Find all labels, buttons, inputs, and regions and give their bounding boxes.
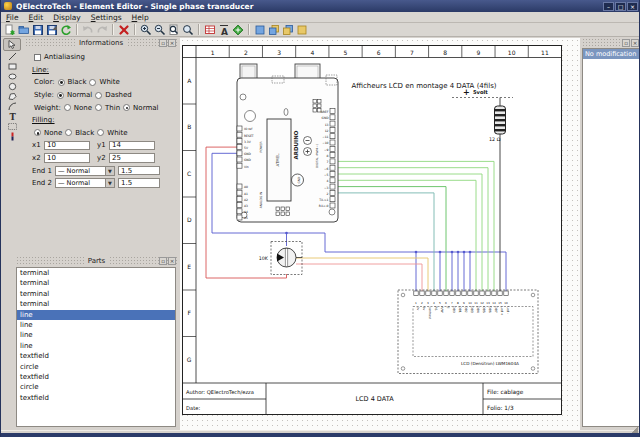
history-dock-titlebar[interactable]: ▫×	[582, 38, 640, 48]
radio-filling-none[interactable]	[34, 129, 41, 136]
redo-button[interactable]	[95, 23, 109, 36]
select-tool[interactable]	[3, 38, 21, 51]
arc-tool[interactable]	[3, 101, 21, 111]
pin-square	[504, 291, 508, 296]
close-button[interactable]: ×	[627, 2, 638, 11]
menu-help[interactable]: Help	[127, 13, 154, 22]
parts-dock-titlebar[interactable]: Parts ▫×	[16, 256, 177, 266]
pin-square	[486, 291, 490, 296]
radio-color-black[interactable]	[58, 79, 65, 86]
ellipse-tool[interactable]	[3, 71, 21, 81]
titleblock-title: LCD 4 DATA	[355, 395, 394, 403]
lcd-pin-number: 13	[486, 301, 490, 305]
lcd-label: LCD (Densitron) LWM1604A	[461, 361, 519, 366]
history-item[interactable]: No modification	[583, 49, 639, 59]
move-handle-button[interactable]	[231, 23, 245, 36]
dock-float-icon[interactable]: ▫	[159, 39, 167, 47]
toolbar-separator	[76, 24, 78, 35]
save-as-button[interactable]	[45, 23, 59, 36]
pin-square	[237, 190, 242, 195]
parts-list-item[interactable]: terminal	[17, 299, 175, 309]
x1-field[interactable]	[44, 141, 90, 151]
parts-list[interactable]: terminalterminalterminalterminallineline…	[16, 267, 176, 427]
parts-list-item[interactable]: terminal	[17, 268, 175, 278]
resistor[interactable]	[495, 106, 506, 134]
circle-tool[interactable]	[3, 81, 21, 91]
line-tool[interactable]	[3, 51, 21, 61]
save-button[interactable]	[31, 23, 45, 36]
filling-section-label: Filling:	[32, 116, 55, 124]
dock-float-icon[interactable]: ▫	[622, 39, 630, 47]
terminal-tool[interactable]	[3, 131, 21, 141]
bring-to-front-button[interactable]	[281, 23, 295, 36]
text-tool[interactable]: T	[3, 111, 21, 121]
send-to-back-button[interactable]	[295, 23, 309, 36]
y1-field[interactable]	[109, 141, 155, 151]
zoom-out-button[interactable]	[153, 23, 167, 36]
undo-button[interactable]	[81, 23, 95, 36]
parts-list-item[interactable]: circle	[17, 362, 175, 372]
end2-style-select[interactable]: — Normal▼	[55, 178, 115, 188]
radio-weight-none[interactable]	[64, 104, 71, 111]
new-button[interactable]	[3, 23, 17, 36]
parts-list-item[interactable]: terminal	[17, 278, 175, 288]
antialiasing-checkbox[interactable]	[34, 54, 41, 61]
close-icon[interactable]: ×	[168, 257, 176, 265]
zoom-in-button[interactable]	[139, 23, 153, 36]
radio-style-normal[interactable]	[57, 92, 64, 99]
zoom-reset-button[interactable]	[181, 23, 195, 36]
close-icon[interactable]: ×	[168, 39, 176, 47]
parts-list-item[interactable]: textfield	[17, 393, 175, 403]
polygon-tool[interactable]	[3, 91, 21, 101]
menu-file[interactable]: File	[1, 13, 24, 22]
y2-field[interactable]	[109, 153, 155, 163]
lower-button[interactable]	[267, 23, 281, 36]
parts-list-item[interactable]: line	[17, 330, 175, 340]
radio-filling-white[interactable]	[97, 129, 104, 136]
arduino-pin-label: ~6	[324, 167, 329, 171]
undo-history-panel[interactable]: No modification	[582, 48, 640, 427]
window-bottom-border	[1, 433, 640, 437]
names-editor-button[interactable]	[203, 23, 217, 36]
minimize-button[interactable]: –	[603, 2, 614, 11]
parts-list-item[interactable]: textfield	[17, 351, 175, 361]
end1-style-select[interactable]: — Normal▼	[55, 166, 115, 176]
schematic-canvas[interactable]: 1234567891011 ABCDEFG Author: QElectroTe…	[180, 38, 580, 430]
parts-list-item[interactable]: line	[17, 341, 175, 351]
informations-dock-titlebar[interactable]: Informations ▫×	[25, 38, 177, 48]
pin-square	[444, 291, 448, 296]
parts-list-item[interactable]: textfield	[17, 372, 175, 382]
radio-filling-black[interactable]	[65, 129, 72, 136]
menu-settings[interactable]: Settings	[86, 13, 127, 22]
title-bar[interactable]: QElectroTech - Element Editor - Single p…	[1, 0, 640, 12]
author-text-button[interactable]: A	[217, 23, 231, 36]
end1-size-field[interactable]	[118, 166, 160, 176]
radio-weight-thin[interactable]	[95, 104, 102, 111]
parts-list-item[interactable]: line	[17, 310, 175, 320]
raise-button[interactable]	[253, 23, 267, 36]
parts-list-item[interactable]: line	[17, 320, 175, 330]
arduino-pin-label: 8	[327, 154, 329, 158]
zoom-fit-button[interactable]	[167, 23, 181, 36]
dock-float-icon[interactable]: ▫	[159, 257, 167, 265]
end2-size-field[interactable]	[118, 178, 160, 188]
radio-style-dashed[interactable]	[95, 92, 102, 99]
x2-field[interactable]	[44, 153, 90, 163]
parts-list-item[interactable]: terminal	[17, 289, 175, 299]
x1-label: x1	[32, 141, 41, 149]
parts-list-item[interactable]: circle	[17, 382, 175, 392]
reload-button[interactable]	[59, 23, 73, 36]
menu-edit[interactable]: Edit	[24, 13, 49, 22]
radio-color-white[interactable]	[89, 79, 96, 86]
maximize-button[interactable]: □	[615, 2, 626, 11]
rectangle-tool[interactable]	[3, 61, 21, 71]
arduino-board[interactable]: ATMEL ARDUINO GND POWER ANALOG IN DIGITA…	[237, 64, 338, 222]
delete-button[interactable]	[117, 23, 131, 36]
menu-display[interactable]: Display	[48, 13, 86, 22]
close-icon[interactable]: ×	[631, 39, 639, 47]
pin-square	[237, 184, 242, 189]
radio-weight-normal[interactable]	[123, 104, 130, 111]
open-button[interactable]	[17, 23, 31, 36]
titleblock-folio: Folio: 1/3	[487, 405, 514, 411]
textfield-tool[interactable]	[3, 121, 21, 131]
